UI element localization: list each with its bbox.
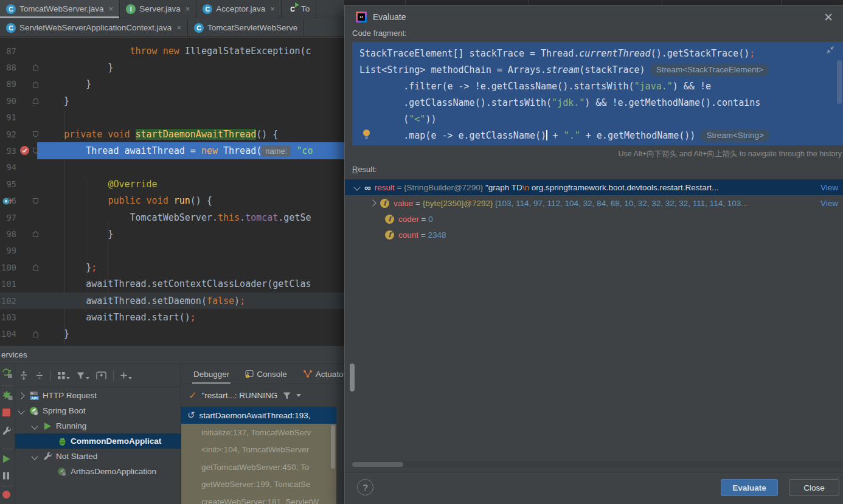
code-scrollbar[interactable] xyxy=(837,60,842,104)
chevron-down-icon[interactable] xyxy=(18,407,24,414)
services-tree-item[interactable]: Not Started xyxy=(15,449,181,464)
result-tree-row[interactable]: fcount = 2348 xyxy=(345,227,843,243)
stack-frame-row[interactable]: createWebServer:181, ServletW xyxy=(181,493,337,504)
code-fragment-editor[interactable]: StackTraceElement[] stackTrace = Thread.… xyxy=(352,42,843,145)
editor-line[interactable]: 88 } xyxy=(0,59,344,75)
fold-marker-icon[interactable] xyxy=(32,147,39,154)
fold-marker-icon[interactable] xyxy=(32,81,39,88)
chevron-right-icon[interactable] xyxy=(369,199,376,206)
editor-line[interactable]: 98 } xyxy=(0,226,344,242)
editor-line[interactable]: 87 throw new IllegalStateException(c xyxy=(0,43,344,59)
code-fragment-line[interactable]: List<String> methodChain = Arrays.stream… xyxy=(352,61,843,78)
editor-line[interactable]: 101 awaitThread.setContextClassLoader(ge… xyxy=(0,275,344,292)
view-link[interactable]: View xyxy=(820,199,838,208)
code-fragment-line[interactable]: .getClassName().startsWith("jdk.") && !e… xyxy=(352,94,843,111)
fold-marker-icon[interactable] xyxy=(32,64,39,71)
tab-close-icon[interactable]: × xyxy=(109,4,114,13)
tab-close-icon[interactable]: × xyxy=(186,4,190,13)
close-icon[interactable]: ✕ xyxy=(824,10,833,24)
chevron-down-icon[interactable] xyxy=(31,453,38,460)
editor-line[interactable]: 103 awaitThread.start(); xyxy=(0,309,344,325)
collapse-expand-icon[interactable] xyxy=(826,46,834,54)
code-fragment-line[interactable]: .filter(e -> !e.getClassName().startsWit… xyxy=(352,78,843,94)
code-fragment-line[interactable]: StackTraceElement[] stackTrace = Thread.… xyxy=(352,45,843,61)
filter-icon[interactable] xyxy=(76,371,89,380)
tab-debugger[interactable]: Debugger xyxy=(193,364,229,384)
record-icon[interactable] xyxy=(2,490,11,499)
stack-frame-row[interactable]: <init>:104, TomcatWebServer xyxy=(181,441,337,458)
editor-line[interactable]: 96 public void run() { xyxy=(0,193,344,209)
fold-marker-icon[interactable] xyxy=(32,331,39,338)
add-frame-icon[interactable] xyxy=(95,371,107,380)
stack-frame-row[interactable]: ↺startDaemonAwaitThread:193, xyxy=(181,407,337,424)
chevron-down-icon[interactable] xyxy=(296,394,301,397)
override-icon[interactable] xyxy=(2,196,13,206)
stack-frame-row[interactable]: getTomcatWebServer:450, To xyxy=(181,458,337,475)
breakpoint-icon[interactable] xyxy=(19,145,30,156)
stack-frame-row[interactable]: getWebServer:199, TomcatSe xyxy=(181,476,337,493)
services-tree-item[interactable]: Running xyxy=(15,418,181,433)
collapse-all-icon[interactable] xyxy=(35,371,44,381)
close-button[interactable]: Close xyxy=(789,479,839,496)
fold-marker-icon[interactable] xyxy=(32,198,39,205)
tab-console[interactable]: !Console xyxy=(245,364,287,384)
tab-actuator[interactable]: Actuator xyxy=(303,364,346,384)
horizontal-scrollbar-thumb[interactable] xyxy=(352,462,403,467)
pause-icon[interactable] xyxy=(2,471,10,480)
fold-marker-icon[interactable] xyxy=(32,97,39,105)
services-tree-item[interactable]: Spring Boot xyxy=(15,403,181,418)
editor-tab[interactable]: CTo xyxy=(282,0,316,18)
fold-marker-icon[interactable] xyxy=(32,131,39,138)
editor-tab[interactable]: IServer.java× xyxy=(120,0,196,18)
group-icon[interactable] xyxy=(57,371,70,380)
editor-line[interactable]: 97 TomcatWebServer.this.tomcat.getSe xyxy=(0,209,344,226)
editor-line[interactable]: 91 xyxy=(0,109,344,126)
editor-line[interactable]: 102 awaitThread.setDaemon(false); xyxy=(0,292,344,309)
services-tree-item[interactable]: APIHTTP Request xyxy=(15,388,181,403)
editor-line[interactable]: 89 } xyxy=(0,76,344,92)
chevron-right-icon[interactable] xyxy=(18,392,24,399)
stop-icon[interactable] xyxy=(2,408,11,417)
editor-tab[interactable]: CTomcatWebServer.java× xyxy=(0,0,120,18)
evaluate-button[interactable]: Evaluate xyxy=(721,479,778,496)
editor-tab[interactable]: CAcceptor.java× xyxy=(196,0,282,18)
rerun-icon[interactable] xyxy=(2,368,13,378)
filter-icon[interactable] xyxy=(282,392,291,400)
editor-tab[interactable]: CTomcatServletWebServe xyxy=(188,19,304,36)
intention-bulb-icon[interactable] xyxy=(362,129,371,139)
fold-marker-icon[interactable] xyxy=(32,230,39,238)
resume-icon[interactable] xyxy=(2,454,11,464)
result-tree-row[interactable]: fcoder = 0 xyxy=(345,211,843,227)
code-fragment-line[interactable]: .map(e -> e.getClassName() + "." + e.get… xyxy=(352,127,843,143)
fold-marker-icon[interactable] xyxy=(32,264,39,271)
editor-line[interactable]: 104 } xyxy=(0,326,344,342)
thread-selector[interactable]: ✓ "restart...: RUNNING xyxy=(181,386,344,405)
help-button[interactable]: ? xyxy=(357,479,373,495)
services-tree-item[interactable]: CommonDemoApplicat xyxy=(15,433,181,449)
wrench-icon[interactable] xyxy=(2,426,12,436)
editor-line[interactable]: 93 Thread awaitThread = new Thread(name:… xyxy=(0,142,344,159)
code-editor[interactable]: 87 throw new IllegalStateException(c88 }… xyxy=(0,38,344,345)
stack-frame-row[interactable]: initialize:137, TomcatWebServ xyxy=(181,424,337,441)
editor-line[interactable]: 92 private void startDaemonAwaitThread()… xyxy=(0,126,344,142)
build-icon[interactable] xyxy=(2,390,13,400)
tab-close-icon[interactable]: × xyxy=(176,23,181,32)
editor-line[interactable]: 95 @Override xyxy=(0,176,344,192)
add-icon[interactable] xyxy=(120,371,132,379)
frames-scrollbar[interactable] xyxy=(331,425,335,469)
result-tree-row[interactable]: ∞result = {StringBuilder@7290} "graph TD… xyxy=(345,179,843,195)
chevron-down-icon[interactable] xyxy=(353,184,360,190)
code-fragment-line[interactable]: ("<")) xyxy=(352,111,843,127)
editor-tab[interactable]: CServletWebServerApplicationContext.java… xyxy=(0,19,188,36)
editor-line[interactable]: 99 xyxy=(0,243,344,259)
horizontal-scrollbar-track[interactable] xyxy=(352,461,843,468)
result-tree-row[interactable]: fvalue = {byte[2350]@7292} [103, 114, 97… xyxy=(345,195,843,211)
services-tree-item[interactable]: ArthasDemoApplication xyxy=(15,464,181,479)
tab-close-icon[interactable]: × xyxy=(270,4,275,13)
editor-line[interactable]: 90 } xyxy=(0,92,344,109)
chevron-down-icon[interactable] xyxy=(31,423,38,429)
editor-line[interactable]: 94 xyxy=(0,159,344,176)
editor-line[interactable]: 100 }; xyxy=(0,259,344,275)
view-link[interactable]: View xyxy=(820,183,838,192)
expand-all-icon[interactable] xyxy=(19,371,29,381)
